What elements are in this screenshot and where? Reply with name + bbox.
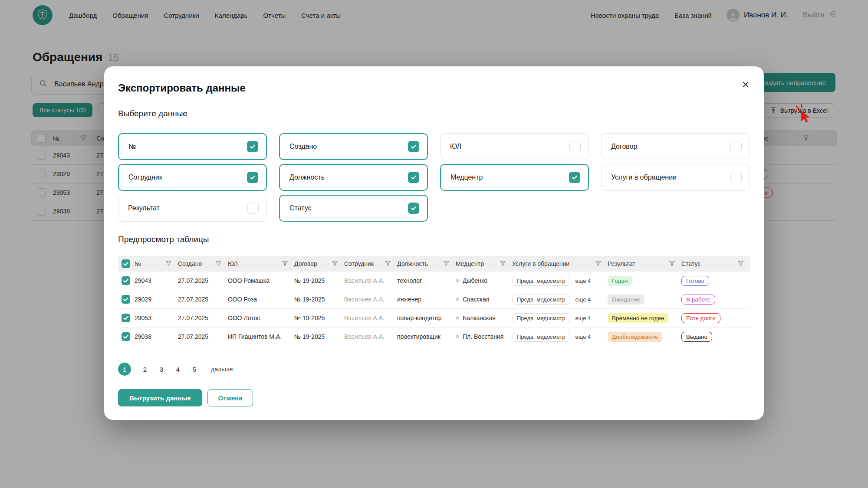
medcenter-dot bbox=[456, 298, 459, 301]
checked-checkbox[interactable] bbox=[247, 141, 258, 152]
app-frame: ДашбордОбращенияСотрудникиКалендарьОтчет… bbox=[0, 0, 868, 488]
row-checkbox[interactable] bbox=[122, 276, 130, 285]
field-label: Услуги в обращении bbox=[611, 174, 677, 181]
preview-table-row: 2905327.07.2025ООО Лотос№ 19-2025Василье… bbox=[118, 309, 750, 328]
preview-table-row: 2904327.07.2025ООО Ромашка№ 19-2025Васил… bbox=[118, 272, 750, 290]
field-card-5[interactable]: Должность bbox=[279, 164, 428, 191]
row-checkbox[interactable] bbox=[122, 314, 130, 322]
preview-col-label: ЮЛ bbox=[228, 260, 238, 267]
field-label: Должность bbox=[289, 174, 325, 181]
filter-icon[interactable] bbox=[332, 260, 338, 268]
cell-employee: Васильев А.А. bbox=[344, 296, 397, 303]
row-checkbox[interactable] bbox=[122, 332, 130, 341]
cell-medcenter: Спасская bbox=[456, 296, 512, 303]
field-card-4[interactable]: Сотрудник bbox=[118, 164, 267, 191]
field-card-6[interactable]: Медцентр bbox=[440, 164, 589, 191]
medcenter-dot bbox=[456, 279, 459, 282]
unchecked-checkbox[interactable] bbox=[730, 172, 742, 183]
cell-number: 29029 bbox=[135, 296, 178, 303]
preview-col-header-8: Результат bbox=[608, 260, 681, 268]
cell-position: повар-кондитер bbox=[397, 314, 456, 321]
field-card-1[interactable]: Создано bbox=[279, 133, 428, 160]
filter-icon[interactable] bbox=[385, 260, 391, 268]
medcenter-name: Балканская bbox=[463, 314, 496, 321]
service-chip: Предв. медосмотр bbox=[512, 313, 570, 323]
services-more-count: еще 4 bbox=[575, 296, 591, 303]
select-all-checkbox[interactable] bbox=[122, 259, 130, 268]
row-checkbox-cell bbox=[118, 276, 135, 285]
row-checkbox[interactable] bbox=[122, 295, 130, 304]
field-card-8[interactable]: Результат bbox=[118, 195, 267, 222]
cell-created: 27.07.2025 bbox=[178, 296, 228, 303]
cell-result: Дообследование bbox=[608, 332, 681, 342]
field-label: № bbox=[128, 143, 136, 151]
preview-col-header-7: Услуги в обращении bbox=[512, 260, 608, 268]
page-button-1[interactable]: 1 bbox=[118, 363, 131, 376]
cell-contract: № 19-2025 bbox=[294, 277, 344, 284]
medcenter-name: Дыбенко bbox=[463, 277, 487, 284]
pagination-next-button[interactable]: дальше bbox=[211, 366, 233, 373]
filter-icon[interactable] bbox=[737, 260, 744, 268]
cell-created: 27.07.2025 bbox=[178, 314, 228, 321]
preview-col-header-5: Должность bbox=[397, 260, 456, 268]
unchecked-checkbox[interactable] bbox=[569, 141, 581, 152]
cell-medcenter: Пл. Восстания bbox=[456, 333, 512, 340]
field-card-9[interactable]: Статус bbox=[279, 195, 428, 222]
preview-col-label: Создано bbox=[178, 260, 202, 267]
field-card-3[interactable]: Договор bbox=[601, 133, 750, 160]
preview-table-header: №СозданоЮЛДоговорСотрудникДолжностьМедце… bbox=[118, 256, 750, 272]
checked-checkbox[interactable] bbox=[408, 172, 419, 183]
cell-contract: № 19-2025 bbox=[294, 333, 344, 340]
checked-checkbox[interactable] bbox=[408, 141, 419, 152]
service-chip: Предв. медосмотр bbox=[512, 276, 570, 286]
cell-services: Предв. медосмотреще 4 bbox=[512, 313, 608, 323]
row-checkbox-cell bbox=[118, 295, 135, 304]
cell-result: Годен bbox=[608, 276, 681, 286]
filter-icon[interactable] bbox=[443, 260, 450, 268]
field-card-2[interactable]: ЮЛ bbox=[440, 133, 589, 160]
preview-col-label: Статус bbox=[681, 260, 700, 267]
filter-icon[interactable] bbox=[165, 260, 172, 268]
preview-col-header-6: Медцентр bbox=[456, 260, 512, 268]
cell-position: инженер bbox=[397, 296, 456, 303]
filter-icon[interactable] bbox=[500, 260, 506, 268]
filter-icon[interactable] bbox=[282, 260, 288, 268]
field-card-0[interactable]: № bbox=[118, 133, 267, 160]
close-icon[interactable]: × bbox=[742, 79, 749, 91]
page-button-2[interactable]: 2 bbox=[142, 366, 148, 373]
cell-number: 29038 bbox=[135, 333, 178, 340]
checked-checkbox[interactable] bbox=[569, 172, 580, 183]
checked-checkbox[interactable] bbox=[408, 203, 419, 214]
page-button-4[interactable]: 4 bbox=[175, 366, 181, 373]
service-chip: Предв. медосмотр bbox=[512, 332, 570, 342]
services-more-count: еще 4 bbox=[575, 315, 591, 321]
select-all-checkbox-cell bbox=[118, 259, 135, 268]
cancel-button[interactable]: Отмена bbox=[207, 389, 253, 406]
export-submit-button[interactable]: Выгрузить данные bbox=[118, 389, 202, 406]
cell-medcenter: Дыбенко bbox=[456, 277, 512, 284]
medcenter-dot bbox=[456, 316, 459, 320]
cell-created: 27.07.2025 bbox=[178, 333, 228, 340]
preview-table-row: 2903827.07.2025ИП Гиацинтов М.А.№ 19-202… bbox=[118, 328, 750, 346]
service-chip: Предв. медосмотр bbox=[512, 295, 570, 305]
preview-col-header-2: ЮЛ bbox=[228, 260, 294, 268]
pagination: 12345дальше bbox=[118, 363, 233, 376]
filter-icon[interactable] bbox=[669, 260, 675, 268]
checked-checkbox[interactable] bbox=[247, 172, 258, 183]
cell-status: Выдано bbox=[681, 332, 750, 342]
cell-status: Есть долги bbox=[681, 313, 750, 323]
field-label: Результат bbox=[128, 204, 160, 212]
filter-icon[interactable] bbox=[215, 260, 222, 268]
field-card-7[interactable]: Услуги в обращении bbox=[601, 164, 750, 191]
page-button-3[interactable]: 3 bbox=[159, 366, 164, 373]
cell-services: Предв. медосмотреще 4 bbox=[512, 295, 608, 305]
preview-col-label: Результат bbox=[608, 260, 635, 267]
page-button-5[interactable]: 5 bbox=[192, 366, 197, 373]
result-badge: Временно не годен bbox=[608, 313, 668, 323]
unchecked-checkbox[interactable] bbox=[730, 141, 742, 152]
cell-services: Предв. медосмотреще 4 bbox=[512, 332, 608, 342]
unchecked-checkbox[interactable] bbox=[247, 203, 259, 214]
filter-icon[interactable] bbox=[595, 260, 602, 268]
cell-result: Временно не годен bbox=[608, 313, 681, 323]
field-label: Медцентр bbox=[450, 174, 483, 181]
